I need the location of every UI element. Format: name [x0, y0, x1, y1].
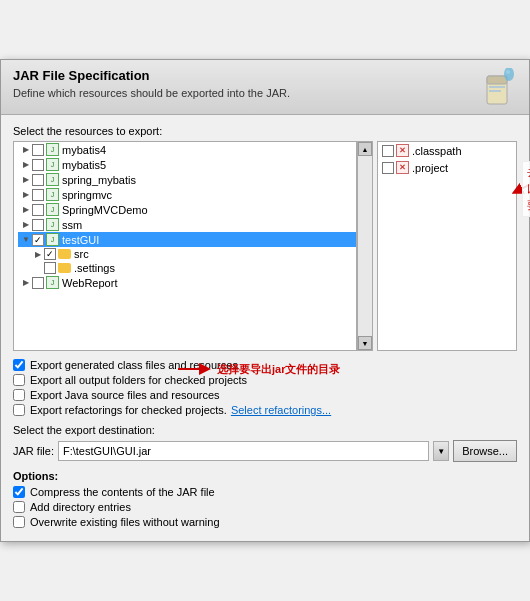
dialog-subtitle: Define which resources should be exporte…	[13, 87, 477, 99]
project-icon-ssm: J	[46, 218, 59, 231]
dialog-body: Select the resources to export: ▶ J myba…	[1, 115, 529, 541]
tree-item-springmvcdemo[interactable]: ▶ J SpringMVCDemo	[18, 202, 356, 217]
checkbox-classpath[interactable]	[382, 145, 394, 157]
toggle-webreport[interactable]: ▶	[20, 277, 32, 289]
project-icon-testgui: J	[46, 233, 59, 246]
dest-input-row: JAR file: ▼ Browse...	[13, 440, 517, 462]
checkbox-row-add-directory[interactable]: Add directory entries	[13, 501, 517, 513]
tree-item-webreport[interactable]: ▶ J WebReport	[18, 275, 356, 290]
tree-item-spring-mybatis[interactable]: ▶ J spring_mybatis	[18, 172, 356, 187]
checkbox-row-overwrite[interactable]: Overwrite existing files without warning	[13, 516, 517, 528]
scroll-down-btn[interactable]: ▼	[358, 336, 372, 350]
label-springmvcdemo: SpringMVCDemo	[62, 204, 148, 216]
label-ssm: ssm	[62, 219, 82, 231]
dialog-header: JAR File Specification Define which reso…	[1, 60, 529, 115]
svg-rect-2	[489, 86, 505, 88]
checkbox-java-source[interactable]	[13, 389, 25, 401]
left-tree-area: ▶ J mybatis4 ▶ J mybatis5	[13, 141, 373, 351]
options-section: Options: Compress the contents of the JA…	[13, 470, 517, 528]
toggle-springmvc[interactable]: ▶	[20, 189, 32, 201]
select-resources-label: Select the resources to export:	[13, 125, 517, 137]
checkbox-row-java-source[interactable]: Export Java source files and resources	[13, 389, 517, 401]
checkbox-refactorings[interactable]	[13, 404, 25, 416]
checkbox-ssm[interactable]	[32, 219, 44, 231]
label-webreport: WebReport	[62, 277, 117, 289]
checkbox-row-refactorings[interactable]: Export refactorings for checked projects…	[13, 404, 517, 416]
checkbox-settings[interactable]	[44, 262, 56, 274]
svg-rect-3	[489, 90, 501, 92]
checkbox-overwrite[interactable]	[13, 516, 25, 528]
label-compress: Compress the contents of the JAR file	[30, 486, 215, 498]
checkbox-src[interactable]	[44, 248, 56, 260]
scroll-track[interactable]	[358, 156, 372, 336]
tree-item-settings[interactable]: ▶ .settings	[30, 261, 356, 275]
label-add-directory: Add directory entries	[30, 501, 131, 513]
dest-annotation: 选择要导出jar文件的目录	[173, 359, 340, 379]
dest-dropdown-btn[interactable]: ▼	[433, 441, 449, 461]
destination-section: Select the export destination: JAR file:…	[13, 424, 517, 462]
checkbox-add-directory[interactable]	[13, 501, 25, 513]
checkbox-output-folders[interactable]	[13, 374, 25, 386]
toggle-springmvcdemo[interactable]: ▶	[20, 204, 32, 216]
tree-item-springmvc[interactable]: ▶ J springmvc	[18, 187, 356, 202]
label-classpath: .classpath	[412, 145, 462, 157]
select-refactorings-link[interactable]: Select refactorings...	[231, 404, 331, 416]
toggle-ssm[interactable]: ▶	[20, 219, 32, 231]
project-icon-mybatis5: J	[46, 158, 59, 171]
annotation-note: 去除classpath和project的勾以及setting和lib的勾，只需要…	[522, 161, 530, 217]
left-tree-scrollbar[interactable]: ▲ ▼	[357, 141, 373, 351]
right-panel: ✕ .classpath ✕ .project 去除classpath和proj…	[377, 141, 517, 351]
project-icon-springmvcdemo: J	[46, 203, 59, 216]
checkbox-springmvcdemo[interactable]	[32, 204, 44, 216]
x-icon-project: ✕	[396, 161, 409, 174]
label-project: .project	[412, 162, 448, 174]
label-refactorings: Export refactorings for checked projects…	[30, 404, 227, 416]
toggle-src[interactable]: ▶	[32, 248, 44, 260]
scroll-up-btn[interactable]: ▲	[358, 142, 372, 156]
tree-item-ssm[interactable]: ▶ J ssm	[18, 217, 356, 232]
checkbox-webreport[interactable]	[32, 277, 44, 289]
checkbox-springmvc[interactable]	[32, 189, 44, 201]
project-icon-springmvc: J	[46, 188, 59, 201]
left-tree-panel[interactable]: ▶ J mybatis4 ▶ J mybatis5	[13, 141, 357, 351]
checkbox-compress[interactable]	[13, 486, 25, 498]
checkbox-project[interactable]	[382, 162, 394, 174]
checkbox-export-class[interactable]	[13, 359, 25, 371]
toggle-spring-mybatis[interactable]: ▶	[20, 174, 32, 186]
jar-file-dialog: JAR File Specification Define which reso…	[0, 59, 530, 542]
svg-point-5	[506, 70, 510, 74]
right-panel-inner[interactable]: ✕ .classpath ✕ .project	[377, 141, 517, 351]
right-item-classpath[interactable]: ✕ .classpath	[378, 142, 516, 159]
tree-panel-container: ▶ J mybatis4 ▶ J mybatis5	[13, 141, 517, 351]
checkbox-testgui[interactable]	[32, 234, 44, 246]
dialog-title: JAR File Specification	[13, 68, 477, 83]
dest-arrow-label: 选择要导出jar文件的目录	[217, 362, 340, 377]
checkbox-spring-mybatis[interactable]	[32, 174, 44, 186]
tree-section: ▶ J mybatis4 ▶ J mybatis5	[13, 141, 517, 351]
destination-label: Select the export destination:	[13, 424, 517, 436]
browse-button[interactable]: Browse...	[453, 440, 517, 462]
checkbox-mybatis4[interactable]	[32, 144, 44, 156]
label-settings: .settings	[74, 262, 115, 274]
checkbox-row-compress[interactable]: Compress the contents of the JAR file	[13, 486, 517, 498]
toggle-mybatis4[interactable]: ▶	[20, 144, 32, 156]
right-item-project[interactable]: ✕ .project	[378, 159, 516, 176]
project-icon-spring: J	[46, 173, 59, 186]
jar-file-label: JAR file:	[13, 445, 54, 457]
folder-icon-src	[58, 249, 71, 259]
x-icon-classpath: ✕	[396, 144, 409, 157]
project-icon-webreport: J	[46, 276, 59, 289]
toggle-testgui[interactable]: ▼	[20, 234, 32, 246]
label-overwrite: Overwrite existing files without warning	[30, 516, 220, 528]
tree-item-mybatis4[interactable]: ▶ J mybatis4	[18, 142, 356, 157]
label-springmvc: springmvc	[62, 189, 112, 201]
jar-file-input[interactable]	[58, 441, 429, 461]
options-label: Options:	[13, 470, 517, 482]
tree-item-mybatis5[interactable]: ▶ J mybatis5	[18, 157, 356, 172]
label-spring-mybatis: spring_mybatis	[62, 174, 136, 186]
toggle-mybatis5[interactable]: ▶	[20, 159, 32, 171]
label-mybatis5: mybatis5	[62, 159, 106, 171]
tree-item-testgui[interactable]: ▼ J testGUI	[18, 232, 356, 247]
tree-item-src[interactable]: ▶ src	[30, 247, 356, 261]
checkbox-mybatis5[interactable]	[32, 159, 44, 171]
